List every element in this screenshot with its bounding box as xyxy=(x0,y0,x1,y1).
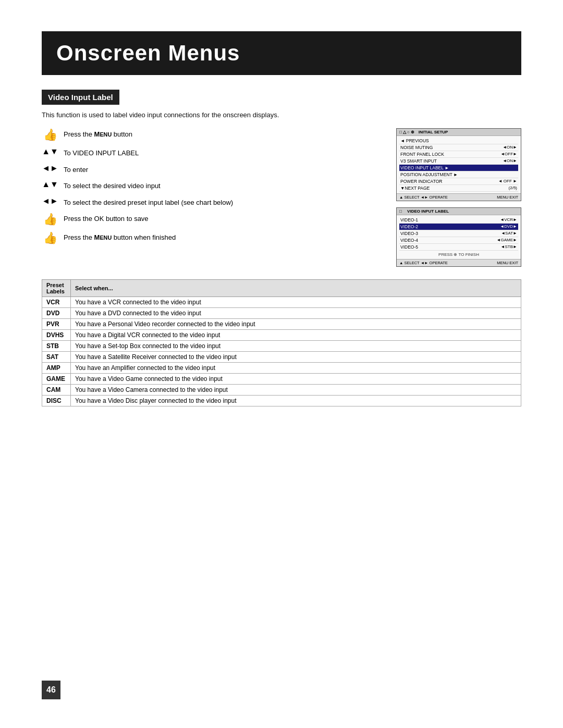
screen1-icons: □ △ ○ ⊕ xyxy=(399,130,414,134)
screen2-row-1: VIDEO-2 ◄DVD► xyxy=(399,224,518,230)
screen1-row0-label: ◄ PREVIOUS xyxy=(400,138,517,143)
screen1-icon3: ○ xyxy=(407,130,410,134)
preset-table-row: AMPYou have an Amplifier connected to th… xyxy=(42,363,521,374)
preset-label-cell: VCR xyxy=(42,297,71,308)
preset-desc-cell: You have a VCR connected to the video in… xyxy=(71,297,521,308)
hand-icon-1: 👍 xyxy=(42,128,58,142)
preset-table-col1-header: PresetLabels xyxy=(42,280,71,297)
screen1-row-3: V3 SMART INPUT ◄ON► xyxy=(399,158,518,165)
preset-label-cell: PVR xyxy=(42,319,71,330)
screen1-row-4: VIDEO INPUT LABEL ► xyxy=(399,165,518,171)
preset-table-row: DVDYou have a DVD connected to the video… xyxy=(42,308,521,319)
screen2-row0-label: VIDEO-1 xyxy=(400,217,500,223)
preset-desc-cell: You have a Video Camera connected to the… xyxy=(71,385,521,396)
screen1-row-2: FRONT PANEL LOCK ◄OFF► xyxy=(399,151,518,158)
hand-icon-3: 👍 xyxy=(42,231,58,245)
screen1-row7-val: (2/5) xyxy=(509,186,517,191)
screen2-row4-label: VIDEO-5 xyxy=(400,244,501,250)
screen1-row1-val: ◄ON► xyxy=(503,145,517,150)
step-4: ▲▼ To select the desired video input xyxy=(42,180,381,191)
preset-desc-cell: You have a Satellite Receiver connected … xyxy=(71,352,521,363)
screen2-footer-right: MENU EXIT xyxy=(497,261,518,265)
screen2-icon: □ xyxy=(399,209,402,214)
preset-desc-cell: You have a Set-top Box connected to the … xyxy=(71,341,521,352)
screen1-icon1: □ xyxy=(399,130,402,134)
preset-table-row: CAMYou have a Video Camera connected to … xyxy=(42,385,521,396)
screen1-footer-left: ▲ SELECT ◄► OPERATE xyxy=(399,195,448,200)
screen1-row2-val: ◄OFF► xyxy=(500,152,517,157)
screen2-row-4: VIDEO-5 ◄STB► xyxy=(399,244,518,251)
screen2-row0-val: ◄VCR► xyxy=(500,217,517,223)
screen1-row3-val: ◄ON► xyxy=(503,158,517,164)
press-to-finish: PRESS ⊕ TO FINISH xyxy=(399,251,518,257)
right-screens: □ △ ○ ⊕ INITIAL SETUP ◄ PREVIOUS NOISE M… xyxy=(396,128,521,267)
section-intro: This function is used to label video inp… xyxy=(42,111,521,119)
screen2-body: VIDEO-1 ◄VCR► VIDEO-2 ◄DVD► VIDEO-3 ◄SAT… xyxy=(397,215,521,259)
screen1-row4-label: VIDEO INPUT LABEL ► xyxy=(400,165,517,170)
screen1: □ △ ○ ⊕ INITIAL SETUP ◄ PREVIOUS NOISE M… xyxy=(396,128,521,201)
preset-label-cell: DVD xyxy=(42,308,71,319)
screen1-row6-val: ◄ OFF ► xyxy=(498,179,517,184)
preset-label-cell: AMP xyxy=(42,363,71,374)
screen1-footer: ▲ SELECT ◄► OPERATE MENU EXIT xyxy=(397,193,521,201)
left-steps: 👍 Press the MENU button ▲▼ To VIDEO INPU… xyxy=(42,128,381,267)
preset-label-cell: DVHS xyxy=(42,330,71,341)
step-3-text: To enter xyxy=(64,164,88,175)
preset-table-col2-header: Select when... xyxy=(71,280,521,297)
content-area: 👍 Press the MENU button ▲▼ To VIDEO INPU… xyxy=(42,128,521,267)
preset-table-row: STBYou have a Set-top Box connected to t… xyxy=(42,341,521,352)
screen2-row1-label: VIDEO-2 xyxy=(400,224,500,229)
screen2-footer: ▲ SELECT ◄► OPERATE MENU EXIT xyxy=(397,259,521,266)
preset-desc-cell: You have a DVD connected to the video in… xyxy=(71,308,521,319)
screen1-row7-label: ▼NEXT PAGE xyxy=(400,186,509,191)
step-2: ▲▼ To VIDEO INPUT LABEL xyxy=(42,147,381,158)
screen2-row3-label: VIDEO-4 xyxy=(400,238,497,243)
screen2: □ VIDEO INPUT LABEL VIDEO-1 ◄VCR► VIDEO-… xyxy=(396,207,521,267)
step-3: ◄► To enter xyxy=(42,164,381,175)
screen1-row5-label: POSITION ADJUSTMENT ► xyxy=(400,172,517,177)
hand-icon-2: 👍 xyxy=(42,213,58,226)
section-title: Video Input Label xyxy=(42,90,119,105)
screen1-row-1: NOISE MUTING ◄ON► xyxy=(399,144,518,151)
page-title-bar: Onscreen Menus xyxy=(42,31,521,75)
preset-label-cell: STB xyxy=(42,341,71,352)
preset-table-row: GAMEYou have a Video Game connected to t… xyxy=(42,374,521,385)
preset-desc-cell: You have a Video Game connected to the v… xyxy=(71,374,521,385)
screen2-row1-val: ◄DVD► xyxy=(500,224,517,229)
screen2-row3-val: ◄GAME► xyxy=(497,238,517,243)
preset-desc-cell: You have a Personal Video recorder conne… xyxy=(71,319,521,330)
left-arrow-icon: ◄► xyxy=(42,164,58,173)
preset-table-row: SATYou have a Satellite Receiver connect… xyxy=(42,352,521,363)
preset-table-row: DVHSYou have a Digital VCR connected to … xyxy=(42,330,521,341)
menu-word-1: MENU xyxy=(94,130,112,138)
screen2-title: VIDEO INPUT LABEL xyxy=(407,209,449,214)
preset-label-cell: SAT xyxy=(42,352,71,363)
screen1-header: □ △ ○ ⊕ INITIAL SETUP xyxy=(397,129,521,136)
preset-table-row: DISCYou have a Video Disc player connect… xyxy=(42,396,521,406)
menu-word-2: MENU xyxy=(94,233,112,241)
screen2-row-3: VIDEO-4 ◄GAME► xyxy=(399,237,518,244)
screen1-row-7: ▼NEXT PAGE (2/5) xyxy=(399,185,518,192)
step-6-text: Press the OK button to save xyxy=(64,213,149,224)
screen2-row2-label: VIDEO-3 xyxy=(400,231,501,236)
screen1-icon2: △ xyxy=(403,130,406,134)
screen1-row-5: POSITION ADJUSTMENT ► xyxy=(399,171,518,178)
screen1-row-0: ◄ PREVIOUS xyxy=(399,138,518,144)
preset-desc-cell: You have a Digital VCR connected to the … xyxy=(71,330,521,341)
screen2-header: □ VIDEO INPUT LABEL xyxy=(397,208,521,215)
screen1-icon4: ⊕ xyxy=(411,130,414,134)
preset-desc-cell: You have a Video Disc player connected t… xyxy=(71,396,521,406)
step-1: 👍 Press the MENU button xyxy=(42,128,381,142)
screen1-row-6: POWER INDICATOR ◄ OFF ► xyxy=(399,178,518,185)
screen2-row-2: VIDEO-3 ◄SAT► xyxy=(399,230,518,237)
screen1-row1-label: NOISE MUTING xyxy=(400,145,503,150)
preset-label-cell: CAM xyxy=(42,385,71,396)
updown-arrow-icon-1: ▲▼ xyxy=(42,147,58,156)
step-7-text: Press the MENU button when finished xyxy=(64,231,176,243)
step-5: ◄► To select the desired preset input la… xyxy=(42,196,381,208)
step-7: 👍 Press the MENU button when finished xyxy=(42,231,381,245)
screen2-row2-val: ◄SAT► xyxy=(501,231,517,236)
preset-label-cell: GAME xyxy=(42,374,71,385)
screen1-footer-right: MENU EXIT xyxy=(497,195,518,200)
screen2-row-0: VIDEO-1 ◄VCR► xyxy=(399,217,518,224)
